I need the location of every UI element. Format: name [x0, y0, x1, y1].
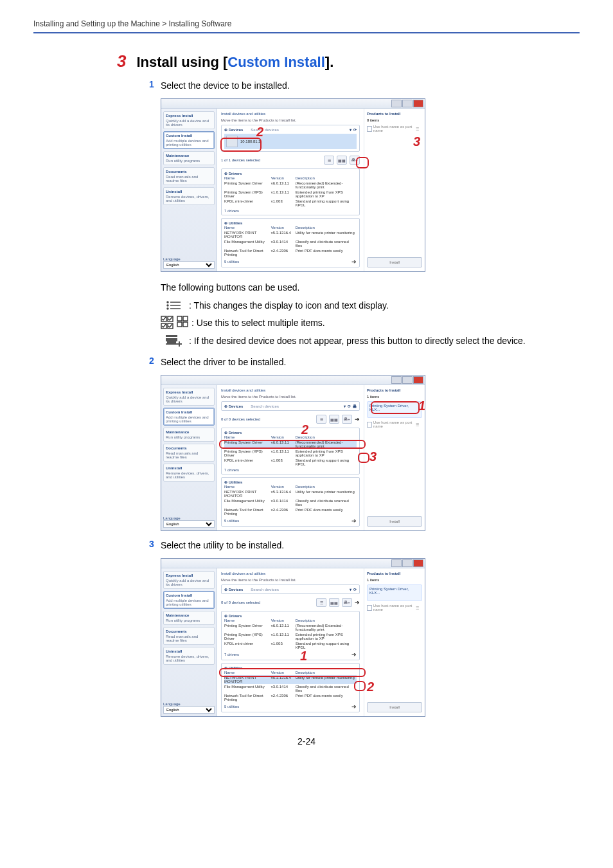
move-right-arrow[interactable]: ➔	[355, 416, 360, 422]
section-number: 3	[117, 51, 126, 71]
multi-select-button[interactable]: ▦▦	[337, 156, 347, 165]
driver-row[interactable]: Printing System (XPS) Driverv1.0.13.11Ex…	[224, 632, 357, 641]
sidebar-custom[interactable]: Custom InstallAdd multiple devices and p…	[163, 591, 215, 609]
driver-row[interactable]: Printing System Driverv6.0.13.11(Recomme…	[224, 181, 357, 190]
sidebar-custom[interactable]: Custom InstallAdd multiple devices and p…	[163, 131, 215, 149]
main-title: Install devices and utilities	[221, 112, 360, 116]
refresh-button[interactable]: ⟳	[353, 587, 357, 592]
utility-row[interactable]: File Management Utilityv3.0.1414Classify…	[224, 239, 357, 248]
utility-row[interactable]: NETWORK PRINT MONITORv5.3.1316.4Utility …	[224, 230, 357, 239]
edit-button[interactable]: ☰	[416, 606, 422, 610]
device-item[interactable]: 10.180.81.2	[224, 134, 357, 149]
language-select[interactable]: English	[163, 706, 215, 714]
multi-select-button[interactable]: ▦▦	[329, 415, 339, 424]
install-button[interactable]: Install	[367, 257, 422, 267]
add-device-button-2[interactable]: 🖶+	[342, 415, 352, 424]
move-right-arrow[interactable]: ➔	[351, 518, 357, 524]
add-device-button-2[interactable]: 🖶+	[350, 156, 360, 165]
install-button[interactable]: Install	[367, 702, 422, 712]
mid-toolbar: 0 of 0 devices selected ☰ ▦▦ 🖶+ ➔	[221, 415, 360, 424]
list-view-button[interactable]: ☰	[316, 598, 326, 607]
language-select[interactable]: English	[163, 261, 215, 269]
main-title: Install devices and utilities	[221, 388, 360, 392]
driver-row[interactable]: Printing System (XPS) Driverv1.0.13.11Ex…	[224, 190, 357, 199]
move-right-arrow[interactable]: ➔	[351, 703, 357, 710]
language-select[interactable]: English	[163, 520, 215, 528]
product-slot[interactable]: Printing System Driver, KLX...	[367, 584, 422, 601]
product-slot[interactable]: Printing System Driver, KLX...	[367, 401, 422, 418]
utility-row[interactable]: Network Tool for Direct Printingv2.4.230…	[224, 248, 357, 257]
search-filter-button[interactable]: ▾	[344, 404, 346, 408]
search-filter-button[interactable]: ▾	[350, 127, 351, 132]
main-subtitle: Move the items to the Products to Instal…	[221, 118, 360, 122]
screenshot-3: Express InstallQuickly add a device and …	[161, 558, 425, 717]
install-button[interactable]: Install	[367, 516, 422, 527]
utility-row[interactable]: NETWORK PRINT MONITORv5.3.1316.4Utility …	[224, 675, 357, 684]
close-button[interactable]	[413, 559, 423, 567]
minimize-button[interactable]	[391, 100, 402, 107]
drivers-panel: ⊕ Drivers NameVersionDescription Printin…	[221, 168, 360, 215]
svg-rect-15	[166, 338, 177, 341]
close-button[interactable]	[413, 100, 423, 107]
maximize-button[interactable]	[402, 559, 413, 567]
utilities-panel-title: ⊕ Utilities	[224, 480, 357, 484]
sidebar-uninstall[interactable]: UninstallRemove devices, drivers, and ut…	[163, 464, 215, 482]
search-filter-button[interactable]: ▾	[350, 587, 351, 592]
maximize-button[interactable]	[402, 100, 413, 107]
driver-row[interactable]: Printing System Driverv6.0.13.11(Recomme…	[224, 440, 357, 449]
utility-row[interactable]: File Management Utilityv3.0.1414Classify…	[224, 498, 357, 507]
products-title: Products to Install	[367, 388, 422, 392]
sidebar-documents[interactable]: DocumentsRead manuals and readme files	[163, 444, 215, 462]
sidebar-uninstall[interactable]: UninstallRemove devices, drivers, and ut…	[163, 187, 215, 205]
sidebar-custom[interactable]: Custom InstallAdd multiple devices and p…	[163, 408, 215, 426]
multi-select-button[interactable]: ▦▦	[329, 598, 339, 607]
driver-row[interactable]: KPDL mini-driverv1.003Standard printing …	[224, 458, 357, 467]
host-name-checkbox[interactable]: Use host name as port name ☰	[367, 420, 422, 428]
edit-button[interactable]: ☰	[416, 127, 422, 131]
sidebar-express[interactable]: Express InstallQuickly add a device and …	[163, 571, 215, 589]
utility-row[interactable]: File Management Utilityv3.0.1414Classify…	[224, 684, 357, 693]
sidebar-documents[interactable]: DocumentsRead manuals and readme files	[163, 627, 215, 645]
sidebar-express[interactable]: Express InstallQuickly add a device and …	[163, 111, 215, 129]
svg-rect-13	[183, 322, 188, 327]
devices-panel-title: ⊕ Devices Search devices ▾ ⟳	[224, 587, 357, 592]
add-device-button-2[interactable]: 🖶+	[342, 598, 352, 607]
maximize-button[interactable]	[402, 376, 413, 384]
sidebar-uninstall[interactable]: UninstallRemove devices, drivers, and ut…	[163, 647, 215, 665]
main-subtitle: Move the items to the Products to Instal…	[221, 395, 360, 399]
move-right-arrow[interactable]: ➔	[351, 651, 357, 658]
search-input[interactable]: Search devices	[249, 588, 348, 592]
close-button[interactable]	[413, 376, 423, 384]
sidebar-maintenance[interactable]: MaintenanceRun utility programs	[163, 611, 215, 625]
utility-row[interactable]: Network Tool for Direct Printingv2.4.230…	[224, 693, 357, 702]
products-count: 1 items	[367, 578, 422, 582]
minimize-button[interactable]	[391, 376, 402, 384]
refresh-button[interactable]: ⟳	[353, 127, 357, 132]
list-view-button[interactable]: ☰	[316, 415, 326, 424]
add-device-button[interactable]: 🖶	[353, 404, 357, 408]
sidebar-maintenance[interactable]: MaintenanceRun utility programs	[163, 151, 215, 165]
refresh-button[interactable]: ⟳	[348, 404, 351, 408]
move-right-arrow[interactable]: ➔	[355, 599, 360, 606]
list-view-button[interactable]: ☰	[324, 156, 334, 165]
sidebar-maintenance[interactable]: MaintenanceRun utility programs	[163, 428, 215, 442]
utility-row[interactable]: NETWORK PRINT MONITORv5.3.1316.4Utility …	[224, 489, 357, 498]
sidebar-documents[interactable]: DocumentsRead manuals and readme files	[163, 167, 215, 185]
drivers-panel: ⊕ Drivers NameVersionDescription Printin…	[221, 428, 360, 475]
screenshot-2: Express InstallQuickly add a device and …	[161, 375, 425, 531]
driver-row[interactable]: KPDL mini-driverv1.003Standard printing …	[224, 641, 357, 650]
utility-row[interactable]: Network Tool for Direct Printingv2.4.230…	[224, 507, 357, 516]
search-input[interactable]: Search devices	[249, 128, 348, 132]
move-right-arrow[interactable]: ➔	[351, 258, 357, 265]
selection-count: 1 of 1 devices selected	[221, 158, 321, 162]
driver-row[interactable]: Printing System (XPS) Driverv1.0.13.11Ex…	[224, 449, 357, 458]
products-to-install: Products to Install 1 items Printing Sys…	[364, 568, 425, 716]
driver-row[interactable]: Printing System Driverv6.0.13.11(Recomme…	[224, 623, 357, 632]
host-name-checkbox[interactable]: Use host name as port name ☰	[367, 604, 422, 611]
driver-row[interactable]: KPDL mini-driverv1.003Standard printing …	[224, 199, 357, 208]
minimize-button[interactable]	[391, 559, 402, 567]
edit-button[interactable]: ☰	[416, 422, 422, 427]
search-input[interactable]: Search devices	[249, 404, 342, 408]
sidebar-express[interactable]: Express InstallQuickly add a device and …	[163, 388, 215, 406]
host-name-checkbox[interactable]: Use host name as port name ☰	[367, 125, 422, 132]
